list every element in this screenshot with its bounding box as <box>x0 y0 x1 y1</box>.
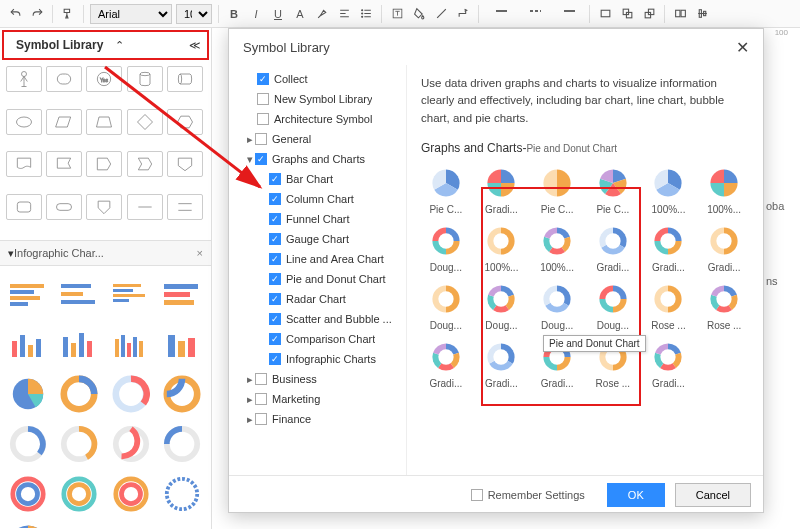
shape-rect-icon[interactable] <box>596 5 614 23</box>
send-back-icon[interactable] <box>640 5 658 23</box>
preview-thumb[interactable]: Doug... <box>588 281 638 331</box>
line-color-icon[interactable] <box>432 5 450 23</box>
preview-thumb[interactable]: 100%... <box>699 165 749 215</box>
shape-cylinder-v[interactable] <box>127 66 163 92</box>
line-dash-select[interactable] <box>519 5 549 23</box>
tree-item-new-symbol-library[interactable]: New Symbol Library <box>229 89 406 109</box>
bring-front-icon[interactable] <box>618 5 636 23</box>
preview-thumb[interactable]: 100%... <box>532 223 582 273</box>
shape-rounded-rect[interactable] <box>46 66 82 92</box>
font-size-select[interactable]: 10 <box>176 4 212 24</box>
thumb-donut7[interactable] <box>160 422 204 466</box>
tree-item-finance[interactable]: ▸Finance <box>229 409 406 429</box>
modal-close-button[interactable]: ✕ <box>736 38 749 57</box>
thumb-donut2[interactable] <box>109 372 153 416</box>
shape-parallelogram[interactable] <box>46 109 82 135</box>
tree-item-pie-donut-chart[interactable]: Pie and Donut Chart <box>229 269 406 289</box>
thumb-col1[interactable] <box>6 322 50 366</box>
italic-icon[interactable]: I <box>247 5 265 23</box>
preview-thumb[interactable]: Doug... <box>532 281 582 331</box>
symbol-library-header[interactable]: Symbol Library ⌃ ≪ <box>2 30 209 60</box>
shape-trapezoid[interactable] <box>86 109 122 135</box>
shape-step[interactable] <box>127 151 163 177</box>
shape-line2[interactable] <box>167 194 203 220</box>
preview-thumb[interactable]: Gradi... <box>699 223 749 273</box>
line-style-select[interactable] <box>485 5 515 23</box>
align-left-icon[interactable] <box>335 5 353 23</box>
thumb-bar3[interactable] <box>109 272 153 316</box>
tree-item-collect[interactable]: Collect <box>229 69 406 89</box>
thumb-donut10[interactable] <box>109 472 153 516</box>
shape-cylinder-h[interactable] <box>167 66 203 92</box>
tree-item-gauge-chart[interactable]: Gauge Chart <box>229 229 406 249</box>
shape-person[interactable] <box>6 66 42 92</box>
shape-diamond[interactable] <box>127 109 163 135</box>
thumb-donut9[interactable] <box>57 472 101 516</box>
preview-thumb[interactable]: Pie C... <box>532 165 582 215</box>
redo-icon[interactable] <box>28 5 46 23</box>
preview-thumb[interactable]: 100%... <box>477 223 527 273</box>
preview-thumb[interactable]: Gradi... <box>477 339 527 389</box>
fill-color-icon[interactable] <box>410 5 428 23</box>
thumb-donut6[interactable] <box>109 422 153 466</box>
tree-item-architecture-symbol[interactable]: Architecture Symbol <box>229 109 406 129</box>
tree-item-bar-chart[interactable]: Bar Chart <box>229 169 406 189</box>
preview-thumb[interactable]: Doug... <box>421 281 471 331</box>
shape-document[interactable] <box>6 151 42 177</box>
preview-thumb[interactable]: Rose ... <box>644 281 694 331</box>
text-tool-icon[interactable] <box>388 5 406 23</box>
shape-pill[interactable] <box>46 194 82 220</box>
shape-shield[interactable] <box>86 194 122 220</box>
preview-thumb[interactable]: Gradi... <box>588 223 638 273</box>
preview-thumb[interactable]: Doug... <box>421 223 471 273</box>
tree-item-graphs-and-charts[interactable]: ▾Graphs and Charts <box>229 149 406 169</box>
thumb-donut5[interactable] <box>57 422 101 466</box>
font-color-icon[interactable]: A <box>291 5 309 23</box>
shape-rounded-rect2[interactable] <box>6 194 42 220</box>
preview-thumb[interactable]: 100%... <box>644 165 694 215</box>
preview-thumb[interactable]: Rose ... <box>699 281 749 331</box>
preview-thumb[interactable]: Gradi... <box>644 339 694 389</box>
highlight-icon[interactable] <box>313 5 331 23</box>
thumb-bar4[interactable] <box>160 272 204 316</box>
tree-item-comparison-chart[interactable]: Comparison Chart <box>229 329 406 349</box>
thumb-pie1[interactable] <box>6 372 50 416</box>
shape-line[interactable] <box>127 194 163 220</box>
shape-tag[interactable] <box>86 151 122 177</box>
shape-flag[interactable] <box>46 151 82 177</box>
shape-circle-text[interactable]: Yes <box>86 66 122 92</box>
tree-item-business[interactable]: ▸Business <box>229 369 406 389</box>
underline-icon[interactable]: U <box>269 5 287 23</box>
connector-icon[interactable] <box>454 5 472 23</box>
thumb-col3[interactable] <box>109 322 153 366</box>
preview-thumb[interactable]: Gradi... <box>644 223 694 273</box>
remember-settings-checkbox[interactable]: Remember Settings <box>471 489 585 501</box>
thumb-col2[interactable] <box>57 322 101 366</box>
shape-ellipse[interactable] <box>6 109 42 135</box>
preview-thumb[interactable]: Doug... <box>477 281 527 331</box>
cancel-button[interactable]: Cancel <box>675 483 751 507</box>
bullet-list-icon[interactable] <box>357 5 375 23</box>
accordion-infographic-charts[interactable]: ▾ Infographic Char... × <box>0 240 211 266</box>
thumb-donut3[interactable] <box>160 372 204 416</box>
thumb-donut11[interactable] <box>160 472 204 516</box>
thumb-bar2[interactable] <box>57 272 101 316</box>
tree-item-radar-chart[interactable]: Radar Chart <box>229 289 406 309</box>
tree-item-funnel-chart[interactable]: Funnel Chart <box>229 209 406 229</box>
group-icon[interactable] <box>671 5 689 23</box>
tree-item-scatter-bubble[interactable]: Scatter and Bubble ... <box>229 309 406 329</box>
shape-pentagon-down[interactable] <box>167 151 203 177</box>
line-arrow-select[interactable] <box>553 5 583 23</box>
bold-icon[interactable]: B <box>225 5 243 23</box>
preview-thumb[interactable]: Pie C... <box>421 165 471 215</box>
thumb-bar1[interactable] <box>6 272 50 316</box>
tree-item-infographic-charts[interactable]: Infographic Charts <box>229 349 406 369</box>
close-icon[interactable]: × <box>197 247 203 259</box>
undo-icon[interactable] <box>6 5 24 23</box>
align-tool-icon[interactable] <box>693 5 711 23</box>
tree-item-general[interactable]: ▸General <box>229 129 406 149</box>
preview-thumb[interactable]: Pie C... <box>588 165 638 215</box>
font-family-select[interactable]: Arial <box>90 4 172 24</box>
shape-hexagon[interactable] <box>167 109 203 135</box>
thumb-donut8[interactable] <box>6 472 50 516</box>
